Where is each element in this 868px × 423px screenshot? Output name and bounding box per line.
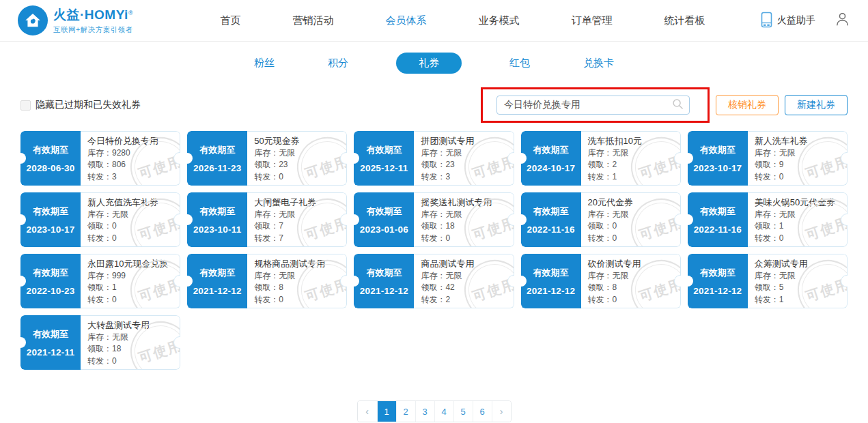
assistant-label: 火益助手 bbox=[777, 14, 815, 27]
coupon-title: 拼团测试专用 bbox=[421, 135, 506, 147]
nav-item[interactable]: 会员体系 bbox=[386, 14, 427, 27]
claimed-value: 5 bbox=[779, 282, 784, 292]
page-number-button[interactable]: 6 bbox=[473, 401, 492, 422]
claimed-label: 领取： bbox=[421, 221, 445, 231]
coupon-forwarded-line: 转发：0 bbox=[254, 294, 339, 306]
forwarded-label: 转发： bbox=[421, 295, 445, 304]
coupon-info-panel: 砍价测试专用 库存：无限 领取：8 转发：0 可使用 bbox=[581, 254, 681, 308]
coupon-card[interactable]: 有效期至 2021-12-12 商品测试专用 库存：无限 领取：42 转发：2 … bbox=[354, 254, 514, 308]
nav-item[interactable]: 统计看板 bbox=[664, 14, 705, 27]
forwarded-label: 转发： bbox=[254, 295, 279, 304]
coupon-stock-line: 库存：无限 bbox=[755, 270, 840, 282]
forwarded-label: 转发： bbox=[755, 233, 779, 243]
coupon-expiry-date: 2021-12-12 bbox=[360, 286, 408, 296]
claimed-value: 0 bbox=[613, 221, 617, 231]
claimed-value: 18 bbox=[112, 344, 121, 353]
brand-registered-mark: ® bbox=[128, 10, 133, 16]
page-number-button[interactable]: 3 bbox=[415, 401, 434, 422]
stock-label: 库存： bbox=[421, 148, 445, 158]
valid-until-label: 有效期至 bbox=[533, 267, 569, 279]
coupon-search-input[interactable] bbox=[504, 100, 672, 111]
assistant-link[interactable]: 火益助手 bbox=[761, 12, 815, 30]
coupon-card[interactable]: 有效期至 2021-12-12 砍价测试专用 库存：无限 领取：8 转发：0 可… bbox=[521, 254, 681, 308]
next-page-button[interactable]: › bbox=[492, 401, 511, 422]
stock-value: 无限 bbox=[779, 271, 796, 280]
tab-item[interactable]: 积分 bbox=[322, 53, 354, 74]
forwarded-label: 转发： bbox=[87, 295, 112, 304]
stock-value: 9280 bbox=[112, 148, 130, 158]
coupon-card[interactable]: 有效期至 2021-12-12 规格商品测试专用 库存：无限 领取：8 转发：0… bbox=[187, 254, 347, 308]
page-number-button[interactable]: 5 bbox=[453, 401, 473, 422]
coupon-expiry-date: 2028-06-30 bbox=[26, 163, 74, 173]
nav-item[interactable]: 营销活动 bbox=[293, 14, 334, 27]
valid-until-label: 有效期至 bbox=[700, 205, 736, 218]
coupon-expiry-date: 2021-12-12 bbox=[527, 286, 575, 296]
page-number-button[interactable]: 1 bbox=[377, 401, 396, 422]
hide-expired-toggle[interactable]: 隐藏已过期和已失效礼券 bbox=[20, 99, 141, 111]
claimed-label: 领取： bbox=[588, 221, 613, 231]
forwarded-value: 2 bbox=[445, 295, 450, 304]
coupon-info-panel: 众筹测试专用 库存：无限 领取：5 转发：1 可使用 bbox=[748, 254, 848, 308]
prev-page-button[interactable]: ‹ bbox=[358, 401, 377, 422]
coupon-card[interactable]: 有效期至 2022-11-16 美味火锅50元代金券 库存：无限 领取：1 转发… bbox=[688, 192, 848, 247]
tab-item[interactable]: 兑换卡 bbox=[578, 53, 619, 74]
coupon-info-panel: 新人洗车礼券 库存：无限 领取：9 转发：0 可使用 bbox=[748, 131, 848, 186]
claimed-label: 领取： bbox=[755, 282, 779, 292]
tab-item[interactable]: 礼券 bbox=[396, 53, 462, 74]
coupon-card[interactable]: 有效期至 2028-06-30 今日特价兑换专用 库存：9280 领取：806 … bbox=[20, 131, 180, 186]
stock-value: 无限 bbox=[613, 271, 629, 280]
coupon-card[interactable]: 有效期至 2022-11-16 20元代金券 库存：无限 领取：0 转发：0 可… bbox=[521, 192, 681, 247]
nav-item[interactable]: 订单管理 bbox=[572, 14, 613, 27]
valid-until-label: 有效期至 bbox=[33, 267, 68, 279]
stock-label: 库存： bbox=[588, 209, 613, 219]
stock-label: 库存： bbox=[254, 271, 279, 280]
coupon-expiry-date: 2023-10-17 bbox=[693, 163, 742, 173]
coupon-card[interactable]: 有效期至 2023-01-06 摇奖送礼测试专用 库存：无限 领取：18 转发：… bbox=[354, 192, 514, 247]
coupon-validity-panel: 有效期至 2023-10-17 bbox=[688, 131, 748, 186]
forwarded-label: 转发： bbox=[588, 233, 613, 243]
claimed-label: 领取： bbox=[588, 282, 613, 292]
valid-until-label: 有效期至 bbox=[199, 144, 235, 156]
coupon-forwarded-line: 转发：0 bbox=[421, 233, 506, 245]
coupon-expiry-date: 2023-10-17 bbox=[26, 224, 74, 235]
coupon-card[interactable]: 有效期至 2026-11-23 50元现金券 库存：无限 领取：23 转发：0 … bbox=[187, 131, 347, 186]
main-nav: 首页营销活动会员体系业务模式订单管理统计看板 bbox=[165, 14, 761, 27]
nav-item[interactable]: 业务模式 bbox=[479, 14, 520, 27]
coupon-search-box[interactable] bbox=[496, 96, 690, 115]
coupon-card[interactable]: 有效期至 2023-10-11 大闸蟹电子礼券 库存：无限 领取：7 转发：7 … bbox=[187, 192, 347, 247]
coupon-title: 大转盘测试专用 bbox=[87, 319, 173, 332]
coupon-card[interactable]: 有效期至 2023-10-17 新人洗车礼券 库存：无限 领取：9 转发：0 可… bbox=[688, 131, 848, 186]
forwarded-label: 转发： bbox=[421, 172, 445, 181]
create-coupon-button[interactable]: 新建礼券 bbox=[785, 95, 848, 115]
coupon-expiry-date: 2021-12-12 bbox=[193, 286, 242, 296]
valid-until-label: 有效期至 bbox=[700, 144, 736, 156]
claimed-label: 领取： bbox=[755, 221, 779, 231]
coupon-card[interactable]: 有效期至 2024-10-17 洗车抵扣10元 库存：无限 领取：2 转发：1 … bbox=[521, 131, 681, 186]
page-number-button[interactable]: 2 bbox=[396, 401, 415, 422]
coupon-card[interactable]: 有效期至 2021-12-11 大转盘测试专用 库存：无限 领取：18 转发：0… bbox=[20, 315, 180, 370]
claimed-value: 8 bbox=[613, 282, 617, 292]
search-icon[interactable] bbox=[672, 98, 684, 113]
forwarded-label: 转发： bbox=[87, 172, 112, 181]
nav-item[interactable]: 首页 bbox=[221, 14, 241, 27]
coupon-card[interactable]: 有效期至 2023-10-17 新人充值洗车礼券 库存：无限 领取：0 转发：0… bbox=[20, 192, 180, 247]
verify-coupon-button[interactable]: 核销礼券 bbox=[716, 95, 779, 115]
coupon-info-panel: 规格商品测试专用 库存：无限 领取：8 转发：0 可使用 bbox=[247, 254, 347, 308]
header-right: 火益助手 bbox=[761, 11, 850, 30]
hide-expired-checkbox[interactable] bbox=[20, 100, 31, 111]
tab-item[interactable]: 红包 bbox=[504, 53, 535, 74]
coupon-expiry-date: 2022-11-16 bbox=[694, 224, 742, 235]
stock-label: 库存： bbox=[87, 209, 112, 219]
coupon-card[interactable]: 有效期至 2022-10-23 永田露10元现金兑换 库存：999 领取：1 转… bbox=[20, 254, 180, 308]
stock-label: 库存： bbox=[87, 271, 112, 280]
coupon-forwarded-line: 转发：0 bbox=[87, 355, 173, 368]
claimed-value: 8 bbox=[279, 282, 283, 292]
coupon-forwarded-line: 转发：3 bbox=[421, 171, 506, 184]
brand-logo[interactable]: 火益·HOMYi® 互联网+解决方案引领者 bbox=[18, 5, 165, 35]
coupon-card[interactable]: 有效期至 2025-12-11 拼团测试专用 库存：无限 领取：23 转发：3 … bbox=[354, 131, 514, 186]
coupon-forwarded-line: 转发：0 bbox=[588, 294, 673, 306]
tab-item[interactable]: 粉丝 bbox=[249, 53, 280, 74]
page-number-button[interactable]: 4 bbox=[434, 401, 453, 422]
coupon-card[interactable]: 有效期至 2021-12-12 众筹测试专用 库存：无限 领取：5 转发：1 可… bbox=[688, 254, 848, 308]
user-account-icon[interactable] bbox=[835, 11, 850, 30]
